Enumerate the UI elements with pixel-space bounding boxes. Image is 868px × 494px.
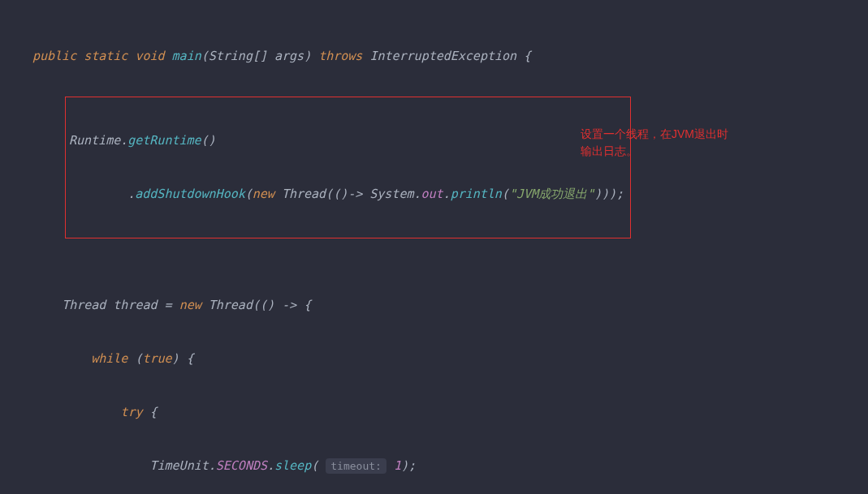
class-timeunit: TimeUnit: [150, 458, 209, 473]
var-thread: thread: [113, 298, 157, 312]
class-thread: Thread: [282, 187, 326, 201]
paren: ): [304, 49, 311, 63]
paren: (: [253, 298, 260, 312]
type-string-array: String[]: [209, 49, 267, 63]
paren: (: [326, 187, 333, 201]
param-args: args: [274, 49, 304, 63]
keyword-public: public: [32, 49, 76, 63]
dot: .: [209, 458, 216, 473]
keyword-try: try: [120, 405, 142, 419]
code-line: while (true) {: [32, 346, 836, 372]
class-system: System: [369, 187, 413, 201]
class-thread: Thread: [209, 298, 253, 312]
keyword-new: new: [179, 298, 201, 312]
method-addshutdownhook: addShutdownHook: [135, 187, 244, 201]
brace: {: [524, 49, 531, 63]
class-thread: Thread: [62, 298, 106, 312]
parens: (): [201, 133, 216, 148]
parameter-hint: timeout:: [326, 458, 386, 474]
keyword-true: true: [142, 351, 171, 366]
dot: .: [127, 187, 135, 201]
paren-semi: );: [401, 458, 416, 473]
highlighted-code-block: Runtime.getRuntime() .addShutdownHook(ne…: [65, 97, 631, 238]
dot: .: [443, 187, 451, 201]
annotation-line-2: 输出日志。: [581, 143, 728, 160]
code-editor[interactable]: public static void main(String[] args) t…: [32, 16, 836, 494]
keyword-static: static: [84, 49, 127, 63]
class-runtime: Runtime: [69, 133, 120, 148]
keyword-void: void: [135, 49, 164, 63]
keyword-throws: throws: [318, 49, 362, 63]
paren: (: [502, 187, 509, 201]
exception-type: InterruptedException: [369, 49, 516, 63]
method-getruntime: getRuntime: [127, 133, 201, 148]
closing: )));: [594, 187, 624, 201]
field-out: out: [421, 187, 443, 201]
annotation-comment: 设置一个线程，在JVM退出时 输出日志。: [581, 126, 728, 160]
keyword-new: new: [253, 187, 274, 201]
lambda: () -> {: [260, 298, 311, 312]
code-line: Runtime.getRuntime(): [69, 127, 624, 154]
lambda-arrow: ()->: [333, 187, 369, 201]
dot: .: [267, 458, 274, 473]
string-literal: "JVM成功退出": [509, 187, 594, 201]
annotation-line-1: 设置一个线程，在JVM退出时: [581, 126, 728, 143]
brace: {: [187, 351, 194, 366]
number-literal: 1: [394, 458, 401, 473]
dot: .: [120, 133, 127, 148]
paren: (: [245, 187, 253, 201]
paren: (: [311, 458, 318, 473]
method-main: main: [172, 49, 201, 63]
keyword-while: while: [91, 351, 127, 366]
dot: .: [413, 187, 421, 201]
brace: {: [150, 405, 158, 419]
code-line-blank: [32, 238, 836, 265]
method-sleep: sleep: [274, 458, 311, 473]
code-line: Thread thread = new Thread(() -> {: [32, 292, 836, 319]
code-line: try {: [32, 399, 836, 426]
code-line: TimeUnit.SECONDS.sleep( timeout: 1);: [32, 453, 836, 479]
code-line: .addShutdownHook(new Thread(()-> System.…: [69, 181, 624, 208]
paren: (: [201, 49, 209, 63]
method-println: println: [451, 187, 502, 201]
paren: ): [172, 351, 179, 366]
code-line: public static void main(String[] args) t…: [32, 43, 836, 70]
field-seconds: SECONDS: [216, 458, 267, 473]
equals: =: [158, 298, 179, 312]
